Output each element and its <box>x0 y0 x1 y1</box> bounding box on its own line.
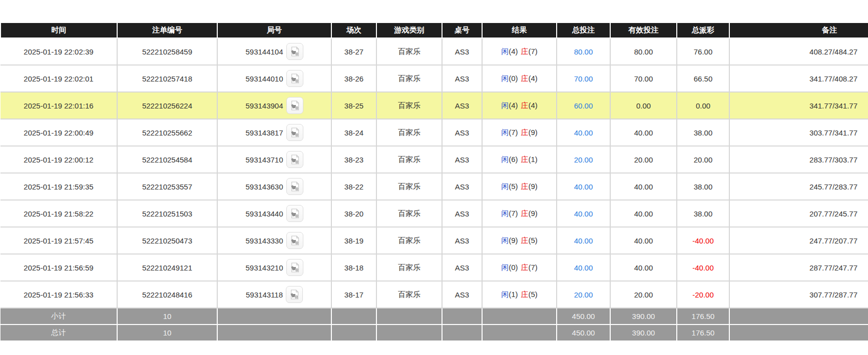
cell-round-no: 593143330 <box>217 227 331 254</box>
cell-session: 38-25 <box>331 92 376 119</box>
banker-score: (4) <box>529 101 538 110</box>
banker-score: (5) <box>529 290 538 298</box>
round-no-text: 593143630 <box>245 182 283 191</box>
col-header-result: 结果 <box>482 22 557 38</box>
cell-remark: 408.27/484.27 <box>729 38 868 65</box>
player-score: (4) <box>509 47 518 56</box>
video-replay-icon <box>289 262 300 273</box>
player-label: 闲 <box>501 101 509 110</box>
video-replay-button[interactable] <box>286 259 303 276</box>
cell-remark: 341.77/408.27 <box>729 65 868 92</box>
cell-valid-bet: 20.00 <box>610 146 677 173</box>
cell-valid-bet: 0.00 <box>610 92 677 119</box>
cell-time: 2025-01-19 22:00:12 <box>1 146 117 173</box>
table-row[interactable]: 2025-01-19 22:00:12 522210254584 5931437… <box>1 146 868 173</box>
cell-total-bet: 40.00 <box>557 173 610 200</box>
banker-label: 庄 <box>521 74 529 82</box>
video-replay-button[interactable] <box>286 151 303 168</box>
cell-valid-bet: 70.00 <box>610 65 677 92</box>
cell-table-no: AS3 <box>442 254 482 281</box>
cell-remark: 283.77/303.77 <box>729 146 868 173</box>
banker-label: 庄 <box>521 290 529 298</box>
cell-result: 闲(9)庄(5) <box>482 227 557 254</box>
table-row[interactable]: 2025-01-19 21:58:22 522210251503 5931434… <box>1 200 868 227</box>
cell-time: 2025-01-19 22:02:01 <box>1 65 117 92</box>
cell-session: 38-22 <box>331 173 376 200</box>
cell-total-bet: 20.00 <box>557 146 610 173</box>
cell-round-no: 593143904 <box>217 92 331 119</box>
cell-table-no: AS3 <box>442 119 482 146</box>
video-replay-button[interactable] <box>286 97 303 114</box>
table-row[interactable]: 2025-01-19 22:02:01 522210257418 5931440… <box>1 65 868 92</box>
video-replay-icon <box>289 289 300 300</box>
player-score: (1) <box>509 290 518 298</box>
video-replay-button[interactable] <box>286 43 303 60</box>
cell-payout: 38.00 <box>677 119 729 146</box>
player-label: 闲 <box>501 155 509 164</box>
cell-game-type: 百家乐 <box>376 119 442 146</box>
cell-session: 38-20 <box>331 200 376 227</box>
video-replay-button[interactable] <box>286 232 303 249</box>
video-replay-button[interactable] <box>286 70 303 87</box>
banker-score: (7) <box>529 263 538 272</box>
table-row[interactable]: 2025-01-19 22:02:39 522210258459 5931441… <box>1 38 868 65</box>
cell-round-no: 593143710 <box>217 146 331 173</box>
total-row: 总计 10 450.00 390.00 176.50 <box>1 324 868 341</box>
cell-order-no: 522210256224 <box>117 92 217 119</box>
table-row[interactable]: 2025-01-19 21:56:59 522210249121 5931432… <box>1 254 868 281</box>
video-replay-button[interactable] <box>286 205 303 222</box>
cell-payout: 38.00 <box>677 200 729 227</box>
table-row[interactable]: 2025-01-19 21:57:45 522210250473 5931433… <box>1 227 868 254</box>
cell-session: 38-26 <box>331 65 376 92</box>
cell-time: 2025-01-19 21:59:35 <box>1 173 117 200</box>
round-no-text: 593143210 <box>245 264 283 272</box>
player-label: 闲 <box>501 47 509 56</box>
cell-valid-bet: 40.00 <box>610 119 677 146</box>
player-label: 闲 <box>501 290 509 298</box>
cell-result: 闲(0)庄(7) <box>482 254 557 281</box>
cell-table-no: AS3 <box>442 173 482 200</box>
cell-remark: 245.77/283.77 <box>729 173 868 200</box>
banker-label: 庄 <box>521 101 529 110</box>
table-row[interactable]: 2025-01-19 21:59:35 522210253557 5931436… <box>1 173 868 200</box>
table-row[interactable]: 2025-01-19 22:00:49 522210255662 5931438… <box>1 119 868 146</box>
video-replay-icon <box>289 208 300 219</box>
cell-session: 38-18 <box>331 254 376 281</box>
cell-payout: -40.00 <box>677 227 729 254</box>
cell-session: 38-27 <box>331 38 376 65</box>
video-replay-icon <box>289 100 300 111</box>
cell-session: 38-23 <box>331 146 376 173</box>
round-no-text: 593143817 <box>245 128 283 137</box>
cell-time: 2025-01-19 22:01:16 <box>1 92 117 119</box>
cell-result: 闲(1)庄(5) <box>482 281 557 308</box>
video-replay-button[interactable] <box>286 124 303 141</box>
video-replay-icon <box>289 73 300 84</box>
summary-total-bet: 450.00 <box>557 324 610 341</box>
round-no-text: 593144104 <box>245 48 283 56</box>
round-no-text: 593143330 <box>245 236 283 245</box>
player-score: (6) <box>509 155 518 164</box>
video-replay-button[interactable] <box>286 178 303 195</box>
table-row[interactable]: 2025-01-19 21:56:33 522210248416 5931431… <box>1 281 868 308</box>
cell-payout: 76.00 <box>677 38 729 65</box>
col-header-total-bet: 总投注 <box>557 22 610 38</box>
cell-table-no: AS3 <box>442 38 482 65</box>
video-replay-button[interactable] <box>286 286 303 303</box>
banker-score: (5) <box>529 236 538 244</box>
cell-result: 闲(7)庄(9) <box>482 119 557 146</box>
cell-payout: 38.00 <box>677 173 729 200</box>
player-score: (4) <box>509 101 518 110</box>
cell-payout: 66.50 <box>677 65 729 92</box>
round-no-text: 593143710 <box>245 156 283 164</box>
summary-payout: 176.50 <box>677 308 729 324</box>
cell-game-type: 百家乐 <box>376 281 442 308</box>
cell-result: 闲(4)庄(7) <box>482 38 557 65</box>
cell-game-type: 百家乐 <box>376 92 442 119</box>
banker-score: (1) <box>529 155 538 164</box>
cell-game-type: 百家乐 <box>376 146 442 173</box>
cell-result: 闲(6)庄(1) <box>482 146 557 173</box>
table-row[interactable]: 2025-01-19 22:01:16 522210256224 5931439… <box>1 92 868 119</box>
video-replay-icon <box>289 181 300 192</box>
cell-round-no: 593144104 <box>217 38 331 65</box>
table-header: 时间 注单编号 局号 场次 游戏类别 桌号 结果 总投注 有效投注 总派彩 备注 <box>1 22 868 38</box>
